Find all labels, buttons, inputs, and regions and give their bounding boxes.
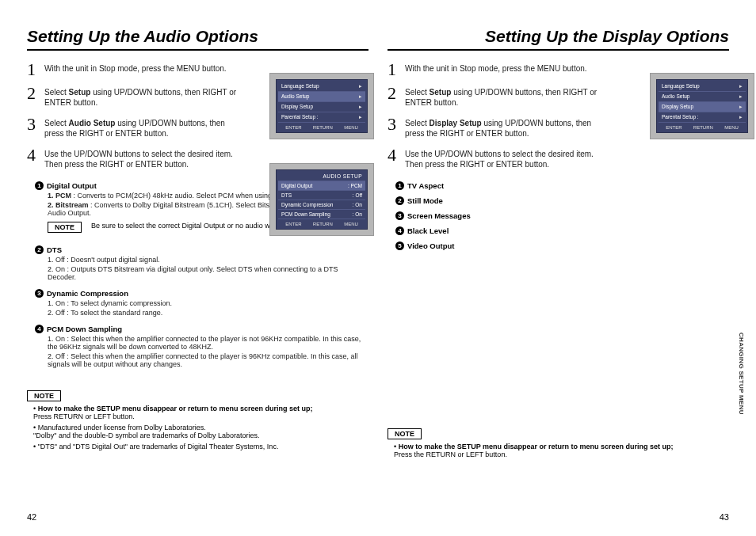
note-label-right-foot: NOTE [388,428,422,439]
chevron-right-icon: ▸ [739,93,743,100]
step-num-1: 1 [27,62,40,78]
circ-4-icon: 4 [35,325,44,333]
ropt-still-mode: 2Still Mode [395,196,729,205]
left-foot-dolby: Manufactured under license from Dolby La… [33,424,368,439]
circ-3-icon: 3 [35,289,44,298]
osd-setup-menu-display: Language Setup▸ Audio Setup▸ Display Set… [650,73,754,139]
opt-dynamic-compression: 3Dynamic Compression 1. On : To select d… [35,289,368,318]
right-foot-howto: How to make the SETUP menu disappear or … [394,443,729,458]
page-num-right: 43 [388,506,729,522]
rcirc-5-icon: 5 [395,241,404,250]
right-title: Setting Up the Display Options [388,27,729,46]
circ-2-icon: 2 [35,245,44,254]
circ-1-icon: 1 [35,181,44,190]
section-tab: CHANGING SETUP MENU [738,333,745,415]
rcirc-4-icon: 4 [395,226,404,235]
chevron-right-icon: ▸ [359,83,362,89]
step-num-2: 2 [27,86,40,108]
osd-audio-setup: AUDIO SETUP Digital Output: PCM DTS: Off… [269,163,374,236]
note-label-1: NOTE [48,222,82,233]
right-footnote-block: NOTE How to make the SETUP menu disappea… [388,425,729,458]
left-footnote-block: NOTE How to make the SETUP menu disappea… [27,387,368,450]
step-num-4: 4 [27,147,40,170]
step-num-3: 3 [27,116,40,139]
left-foot-howto: How to make the SETUP menu disappear or … [33,405,368,420]
left-title: Setting Up the Audio Options [27,27,368,46]
chevron-right-icon: ▸ [359,114,362,120]
chevron-right-icon: ▸ [739,104,743,110]
left-rule [27,49,368,51]
step-text-3: Select Audio Setup using UP/DOWN buttons… [44,116,242,139]
ropt-black-level: 4Black Level [395,226,729,235]
note-label-left-foot: NOTE [27,390,61,401]
chevron-right-icon: ▸ [359,104,362,110]
step-text-2: Select Setup using UP/DOWN buttons, then… [44,86,242,108]
rcirc-1-icon: 1 [395,181,404,190]
chevron-right-icon: ▸ [359,93,362,100]
rcirc-3-icon: 3 [395,211,404,220]
chevron-right-icon: ▸ [739,114,743,120]
ropt-video-output: 5Video Output [395,241,729,250]
rstep-4: 4 Use the UP/DOWN buttons to select the … [388,147,729,170]
step-text-1: With the unit in Stop mode, press the ME… [44,62,242,78]
opt-dts: 2DTS 1. Off : Doesn't output digital sig… [35,245,368,283]
right-rule [388,49,729,51]
left-foot-dts: "DTS" and "DTS Digital Out" are trademar… [33,443,368,450]
opt-pcm-down-sampling: 4PCM Down Sampling 1. On : Select this w… [35,325,368,370]
ropt-screen-messages: 3Screen Messages [395,211,729,220]
page-num-left: 42 [27,506,368,522]
step-text-4: Use the UP/DOWN buttons to select the de… [44,147,242,170]
rcirc-2-icon: 2 [395,196,404,205]
ropt-tv-aspect: 1TV Aspect [395,181,729,190]
chevron-right-icon: ▸ [739,83,743,89]
osd-setup-menu-audio: Language Setup▸ Audio Setup▸ Display Set… [269,73,374,139]
